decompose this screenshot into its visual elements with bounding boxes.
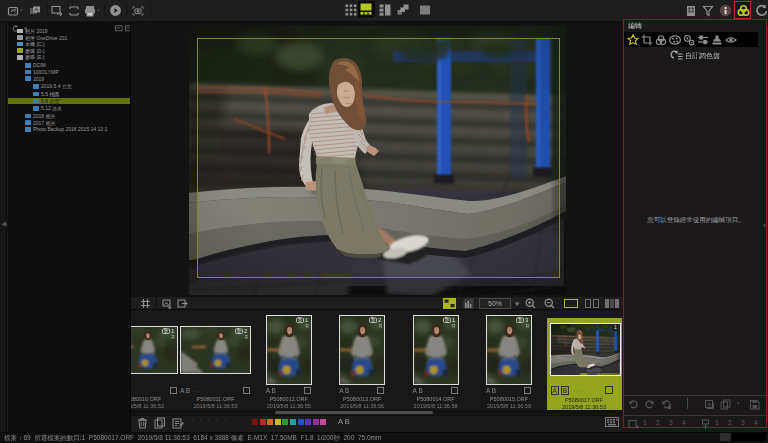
svg-text:1: 1 xyxy=(452,317,456,323)
svg-text:3: 3 xyxy=(525,317,529,323)
svg-text:2: 2 xyxy=(244,328,248,334)
svg-text:1: 1 xyxy=(305,317,309,323)
svg-text:1: 1 xyxy=(171,328,175,334)
svg-text:2: 2 xyxy=(378,317,382,323)
